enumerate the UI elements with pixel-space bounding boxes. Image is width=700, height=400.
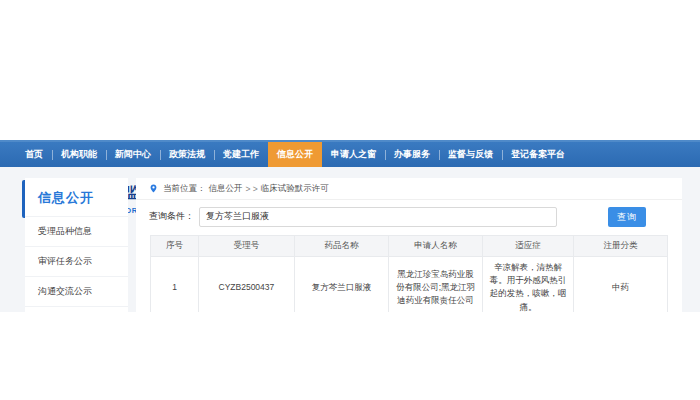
nav-item-info-disclosure[interactable]: 信息公开 xyxy=(268,142,322,167)
query-form: 查询条件： 查询 xyxy=(136,200,682,233)
cell-registration-category: 中药 xyxy=(573,257,667,313)
query-button[interactable]: 查询 xyxy=(608,207,646,227)
breadcrumb-section-link[interactable]: 信息公开 xyxy=(209,183,243,195)
breadcrumb-pin-icon xyxy=(149,184,158,193)
cell-acceptance-no: CYZB2500437 xyxy=(199,257,295,313)
nav-item-party-building[interactable]: 党建工作 xyxy=(214,142,268,167)
col-header-seq: 序号 xyxy=(151,236,199,257)
breadcrumb-current: 临床试验默示许可 xyxy=(261,183,329,195)
col-header-acceptance-no: 受理号 xyxy=(199,236,295,257)
sidebar: 信息公开 受理品种信息 审评任务公示 沟通交流公示 特殊审批品种列表 xyxy=(25,178,128,312)
nav-item-organization[interactable]: 机构职能 xyxy=(52,142,106,167)
sidebar-item-communication-publicity[interactable]: 沟通交流公示 xyxy=(25,276,128,306)
nav-item-policies[interactable]: 政策法规 xyxy=(160,142,214,167)
sidebar-item-accepted-product-info[interactable]: 受理品种信息 xyxy=(25,216,128,246)
site-header: 国家药品监督管理局药品审评中心 CENTER FOR DRUG EVALUATI… xyxy=(0,88,700,140)
table-row: 1 CYZB2500437 复方芩兰口服液 黑龙江珍宝岛药业股份有限公司;黑龙江… xyxy=(151,257,668,313)
sidebar-item-review-task-publicity[interactable]: 审评任务公示 xyxy=(25,246,128,276)
nav-item-registration-platform[interactable]: 登记备案平台 xyxy=(502,142,574,167)
nav-item-news-center[interactable]: 新闻中心 xyxy=(106,142,160,167)
main-content: 当前位置： 信息公开 > > 临床试验默示许可 查询条件： 查询 序号 受理号 … xyxy=(136,178,682,312)
breadcrumb: 当前位置： 信息公开 > > 临床试验默示许可 xyxy=(136,178,682,200)
cell-applicant: 黑龙江珍宝岛药业股份有限公司;黑龙江羽迪药业有限责任公司 xyxy=(389,257,483,313)
col-header-registration-category: 注册分类 xyxy=(573,236,667,257)
nav-item-services[interactable]: 办事服务 xyxy=(385,142,439,167)
results-table: 序号 受理号 药品名称 申请人名称 适应症 注册分类 1 CYZB2500437… xyxy=(150,235,668,312)
col-header-indication: 适应症 xyxy=(482,236,573,257)
sidebar-item-special-approval-list[interactable]: 特殊审批品种列表 xyxy=(25,306,128,312)
breadcrumb-separator: > > xyxy=(246,184,258,194)
cell-drug-name: 复方芩兰口服液 xyxy=(294,257,389,313)
query-condition-label: 查询条件： xyxy=(149,210,194,223)
nav-item-home[interactable]: 首页 xyxy=(16,142,52,167)
page: 国家药品监督管理局药品审评中心 CENTER FOR DRUG EVALUATI… xyxy=(0,0,700,400)
table-header-row: 序号 受理号 药品名称 申请人名称 适应症 注册分类 xyxy=(151,236,668,257)
col-header-drug-name: 药品名称 xyxy=(294,236,389,257)
main-navigation: 首页 机构职能 新闻中心 政策法规 党建工作 信息公开 申请人之窗 办事服务 监… xyxy=(0,140,700,167)
cell-indication: 辛凉解表，清热解毒。用于外感风热引起的发热，咳嗽，咽痛。 xyxy=(482,257,573,313)
query-condition-input[interactable] xyxy=(199,207,557,227)
sidebar-title: 信息公开 xyxy=(25,178,128,216)
col-header-applicant: 申请人名称 xyxy=(389,236,483,257)
nav-item-supervision-feedback[interactable]: 监督与反馈 xyxy=(439,142,502,167)
nav-item-applicant-window[interactable]: 申请人之窗 xyxy=(322,142,385,167)
breadcrumb-prefix: 当前位置： xyxy=(163,183,206,195)
results-table-wrapper: 序号 受理号 药品名称 申请人名称 适应症 注册分类 1 CYZB2500437… xyxy=(150,235,668,312)
cell-seq: 1 xyxy=(151,257,199,313)
